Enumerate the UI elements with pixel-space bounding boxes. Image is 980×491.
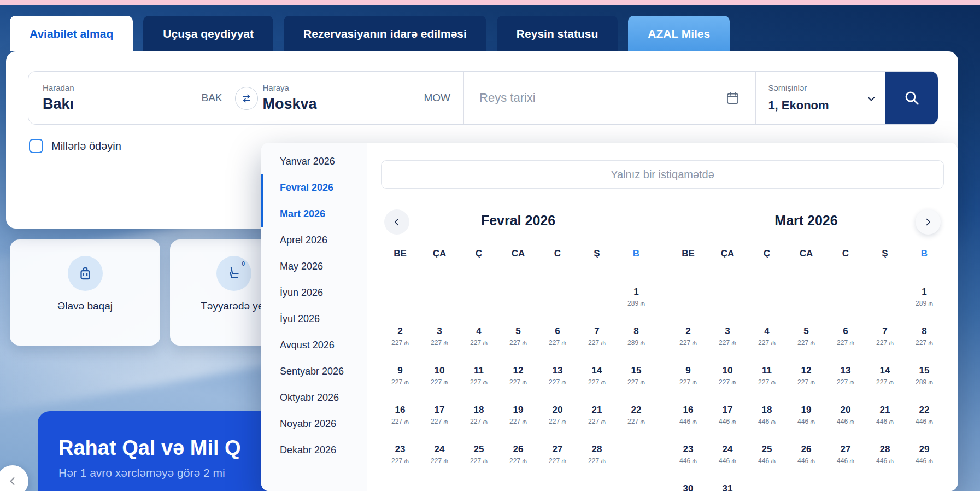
- calendar-day[interactable]: 6227 ₼: [538, 322, 577, 361]
- extra-baggage-card[interactable]: Əlavə baqaj: [10, 239, 160, 346]
- pay-with-miles-option[interactable]: Millərlə ödəyin: [29, 139, 121, 153]
- calendar-day[interactable]: 25446 ₼: [747, 440, 787, 480]
- calendar-day[interactable]: 10227 ₼: [420, 361, 459, 401]
- calendar-day[interactable]: 4227 ₼: [747, 322, 787, 361]
- month-list-item[interactable]: Yanvar 2026: [261, 148, 367, 174]
- month-list-item[interactable]: May 2026: [261, 253, 367, 279]
- day-number: 1: [922, 287, 926, 297]
- tab-reysin-statusu[interactable]: Reysin statusu: [497, 16, 618, 51]
- calendar-day[interactable]: 1289 ₼: [905, 283, 944, 322]
- tab-azal-miles[interactable]: AZAL Miles: [628, 16, 730, 51]
- tab-rezervasiyanın-idarə-edilməsi[interactable]: Rezervasiyanın idarə edilməsi: [284, 16, 486, 51]
- calendar-day[interactable]: 7227 ₼: [577, 322, 617, 361]
- calendar-day[interactable]: 16446 ₼: [668, 401, 708, 440]
- calendar-day[interactable]: 16227 ₼: [380, 401, 420, 440]
- month-list-item[interactable]: İyun 2026: [261, 279, 367, 306]
- day-price: 227 ₼: [391, 339, 409, 347]
- calendar-day[interactable]: 26446 ₼: [787, 440, 826, 480]
- calendar-day[interactable]: 6227 ₼: [826, 322, 865, 361]
- calendar-day[interactable]: 25227 ₼: [459, 440, 498, 480]
- month-list-item[interactable]: Oktyabr 2026: [261, 384, 367, 411]
- calendar-day[interactable]: 24227 ₼: [420, 440, 459, 480]
- calendar-day[interactable]: 17446 ₼: [708, 401, 747, 440]
- month-list-item[interactable]: Dekabr 2026: [261, 437, 367, 463]
- calendar-day[interactable]: 11227 ₼: [459, 361, 498, 401]
- calendar-day[interactable]: 20446 ₼: [826, 401, 865, 440]
- calendar-day[interactable]: 28446 ₼: [865, 440, 905, 480]
- calendar-day[interactable]: 23227 ₼: [380, 440, 420, 480]
- calendar-day[interactable]: 13227 ₼: [826, 361, 865, 401]
- month-list-item[interactable]: Noyabr 2026: [261, 411, 367, 437]
- day-number: 12: [513, 365, 524, 376]
- calendar-day[interactable]: 19227 ₼: [498, 401, 538, 440]
- calendar-day[interactable]: 23446 ₼: [668, 440, 708, 480]
- month-list-item[interactable]: Fevral 2026: [261, 174, 367, 201]
- calendar-day[interactable]: 22446 ₼: [905, 401, 944, 440]
- day-number: 1: [633, 287, 638, 297]
- calendar-day[interactable]: 12227 ₼: [787, 361, 826, 401]
- date-input[interactable]: [479, 91, 725, 105]
- calendar-day[interactable]: 27227 ₼: [538, 440, 577, 480]
- month-list-item[interactable]: Mart 2026: [261, 201, 367, 227]
- calendar-day[interactable]: 5227 ₼: [787, 322, 826, 361]
- month-list-item[interactable]: İyul 2026: [261, 306, 367, 332]
- calendar-day[interactable]: 31: [708, 480, 747, 491]
- calendar-day[interactable]: 5227 ₼: [498, 322, 538, 361]
- calendar-day[interactable]: 19446 ₼: [787, 401, 826, 440]
- card-icon-circle: 0: [216, 256, 251, 291]
- weekday-label: BE: [668, 244, 708, 264]
- calendar-day[interactable]: 18446 ₼: [747, 401, 787, 440]
- origin-field[interactable]: Haradan Bakı BAK: [28, 72, 247, 124]
- calendar-day[interactable]: 8289 ₼: [617, 322, 656, 361]
- calendar-day[interactable]: 14227 ₼: [865, 361, 905, 401]
- month-list-item[interactable]: Avqust 2026: [261, 332, 367, 358]
- calendar-day[interactable]: 9227 ₼: [380, 361, 420, 401]
- calendar-day[interactable]: 20227 ₼: [538, 401, 577, 440]
- calendar-day[interactable]: 29446 ₼: [905, 440, 944, 480]
- card-label: Əlavə baqaj: [57, 300, 113, 312]
- calendar-day[interactable]: 9227 ₼: [668, 361, 708, 401]
- month-list-item[interactable]: Sentyabr 2026: [261, 358, 367, 384]
- calendar-day[interactable]: 18227 ₼: [459, 401, 498, 440]
- tab-aviabilet-almaq[interactable]: Aviabilet almaq: [10, 16, 133, 51]
- day-price: 227 ₼: [549, 339, 566, 347]
- calendar-day[interactable]: 12227 ₼: [498, 361, 538, 401]
- calendar-day[interactable]: 15289 ₼: [905, 361, 944, 401]
- month-list-item[interactable]: Aprel 2026: [261, 227, 367, 253]
- calendar-day[interactable]: 10227 ₼: [708, 361, 747, 401]
- swap-cities-button[interactable]: [235, 87, 258, 110]
- calendar-day[interactable]: 2227 ₼: [380, 322, 420, 361]
- miles-checkbox[interactable]: [29, 139, 43, 153]
- day-number: 12: [801, 365, 812, 376]
- search-flights-button[interactable]: [885, 72, 938, 124]
- calendar-day[interactable]: 13227 ₼: [538, 361, 577, 401]
- calendar-day[interactable]: 11227 ₼: [747, 361, 787, 401]
- calendar-day[interactable]: 2227 ₼: [668, 322, 708, 361]
- calendar-day[interactable]: 3227 ₼: [708, 322, 747, 361]
- tab-uçuşa-qeydiyyat[interactable]: Uçuşa qeydiyyat: [143, 16, 273, 51]
- calendar-day[interactable]: 3227 ₼: [420, 322, 459, 361]
- calendar-day[interactable]: 26227 ₼: [498, 440, 538, 480]
- calendar-day[interactable]: 28227 ₼: [577, 440, 617, 480]
- calendar-day[interactable]: 4227 ₼: [459, 322, 498, 361]
- calendar-day[interactable]: 14227 ₼: [577, 361, 617, 401]
- one-way-toggle[interactable]: Yalnız bir istiqamətdə: [381, 160, 944, 189]
- calendar-day[interactable]: 30: [668, 480, 708, 491]
- calendar-day[interactable]: 7227 ₼: [865, 322, 905, 361]
- day-price: 446 ₼: [876, 457, 894, 465]
- passengers-field[interactable]: Sərnişinlər 1, Ekonom: [755, 72, 885, 124]
- day-number: 2: [397, 326, 402, 337]
- calendar-day[interactable]: 24446 ₼: [708, 440, 747, 480]
- calendar-day[interactable]: 27446 ₼: [826, 440, 865, 480]
- destination-field[interactable]: Haraya Moskva MOW: [247, 72, 464, 124]
- calendar-day[interactable]: 21446 ₼: [865, 401, 905, 440]
- calendar-day[interactable]: 15227 ₼: [617, 361, 656, 401]
- day-number: 15: [631, 365, 642, 376]
- day-number: 17: [435, 405, 445, 416]
- calendar-day[interactable]: 1289 ₼: [617, 283, 656, 322]
- calendar-day[interactable]: 22227 ₼: [617, 401, 656, 440]
- calendar-day[interactable]: 21227 ₼: [577, 401, 617, 440]
- calendar-day[interactable]: 17227 ₼: [420, 401, 459, 440]
- date-field[interactable]: [463, 72, 755, 124]
- calendar-day[interactable]: 8227 ₼: [905, 322, 944, 361]
